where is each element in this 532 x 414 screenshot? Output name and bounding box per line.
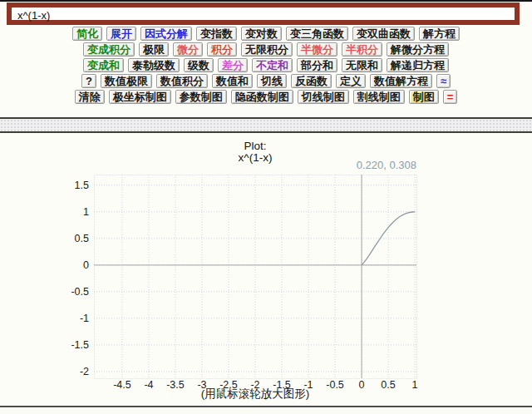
toolbar-btn-r1c7[interactable]: 变双曲函数	[352, 27, 415, 41]
y-tick-label: 0	[83, 259, 89, 271]
y-tick-label: -1	[80, 313, 89, 324]
toolbar-btn-r2c8[interactable]: 解微分方程	[387, 42, 449, 57]
toolbar-btn-r3c4[interactable]: 差分	[218, 58, 248, 72]
bottom-border-line	[0, 406, 532, 414]
y-tick-label: 1	[83, 206, 89, 218]
toolbar-row-3: 变成和泰勒级数级数差分不定和部分和无限和解递归方程	[0, 58, 532, 72]
toolbar-btn-r3c3[interactable]: 级数	[184, 58, 214, 72]
toolbar-btn-r4c4[interactable]: 数值和	[212, 74, 253, 88]
toolbar-btn-r5c1[interactable]: 清除	[75, 90, 105, 104]
toolbar-btn-r4c9[interactable]: ≈	[436, 74, 451, 88]
toolbar-row-1: 简化展开因式分解变指数变对数变三角函数变双曲函数解方程	[0, 27, 532, 41]
toolbar-btn-r2c2[interactable]: 极限	[139, 42, 169, 57]
toolbar-btn-r3c1[interactable]: 变成和	[83, 58, 124, 72]
toolbar-btn-r1c4[interactable]: 变指数	[196, 27, 237, 41]
toolbar: 简化展开因式分解变指数变对数变三角函数变双曲函数解方程变成积分极限微分积分无限积…	[0, 27, 532, 104]
toolbar-btn-r5c8[interactable]: =	[443, 90, 458, 104]
toolbar-btn-r5c5[interactable]: 切线制图	[298, 90, 349, 104]
toolbar-btn-r5c7[interactable]: 制图	[409, 90, 439, 104]
toolbar-btn-r5c6[interactable]: 割线制图	[353, 90, 405, 104]
toolbar-btn-r1c3[interactable]: 因式分解	[140, 27, 192, 41]
plot-section: Plot: x^(1-x) 0.220, 0.308 -4.5-4-3.5-3-…	[0, 133, 532, 405]
toolbar-btn-r4c1[interactable]: ?	[81, 74, 96, 88]
splitter-handle[interactable]	[0, 117, 532, 133]
toolbar-btn-r1c6[interactable]: 变三角函数	[286, 27, 348, 41]
toolbar-btn-r1c5[interactable]: 变对数	[241, 27, 282, 41]
y-tick-label: 0.5	[75, 233, 89, 244]
toolbar-btn-r4c7[interactable]: 定义	[336, 74, 366, 88]
toolbar-btn-r1c8[interactable]: 解方程	[419, 27, 460, 41]
toolbar-btn-r4c3[interactable]: 数值积分	[156, 74, 208, 88]
toolbar-btn-r2c6[interactable]: 半微分	[297, 42, 337, 57]
cursor-coordinates: 0.220, 0.308	[94, 159, 416, 171]
y-tick-label: 1.5	[75, 180, 89, 191]
toolbar-btn-r2c3[interactable]: 微分	[173, 42, 203, 57]
expression-input-frame	[7, 2, 520, 25]
y-tick-label: -0.5	[71, 286, 89, 298]
y-tick-label: -1.5	[71, 339, 89, 351]
plot-title-line1: Plot:	[94, 140, 416, 152]
plot-svg: -4.5-4-3.5-3-2.5-2-1.5-1-0.500.51-2-1.5-…	[58, 175, 432, 394]
toolbar-btn-r2c5[interactable]: 无限积分	[241, 42, 293, 57]
toolbar-btn-r5c4[interactable]: 隐函数制图	[231, 90, 293, 104]
toolbar-btn-r2c7[interactable]: 半积分	[342, 42, 382, 57]
toolbar-btn-r3c7[interactable]: 无限和	[342, 58, 382, 72]
plot-canvas[interactable]: -4.5-4-3.5-3-2.5-2-1.5-1-0.500.51-2-1.5-…	[58, 175, 432, 394]
toolbar-btn-r2c1[interactable]: 变成积分	[83, 42, 135, 57]
toolbar-btn-r3c2[interactable]: 泰勒级数	[128, 58, 180, 72]
expression-input[interactable]	[12, 9, 515, 22]
toolbar-btn-r4c5[interactable]: 切线	[257, 74, 287, 88]
toolbar-btn-r5c3[interactable]: 参数制图	[175, 90, 227, 104]
toolbar-btn-r5c2[interactable]: 极坐标制图	[109, 90, 171, 104]
zoom-hint: (用鼠标滚轮放大图形)	[94, 387, 416, 402]
toolbar-row-2: 变成积分极限微分积分无限积分半微分半积分解微分方程	[0, 42, 532, 57]
toolbar-btn-r4c8[interactable]: 数值解方程	[370, 74, 432, 88]
toolbar-btn-r3c8[interactable]: 解递归方程	[387, 58, 449, 72]
y-tick-label: -2	[80, 366, 89, 377]
toolbar-btn-r3c5[interactable]: 不定和	[252, 58, 293, 72]
toolbar-btn-r3c6[interactable]: 部分和	[297, 58, 337, 72]
toolbar-btn-r4c6[interactable]: 反函数	[291, 74, 332, 88]
top-border-line	[0, 0, 532, 2]
toolbar-btn-r2c4[interactable]: 积分	[207, 42, 237, 57]
toolbar-row-5: 清除极坐标制图参数制图隐函数制图切线制图割线制图制图=	[0, 90, 532, 104]
toolbar-btn-r1c2[interactable]: 展开	[106, 27, 136, 41]
toolbar-row-4: ?数值极限数值积分数值和切线反函数定义数值解方程≈	[0, 74, 532, 88]
toolbar-btn-r1c1[interactable]: 简化	[72, 27, 102, 41]
toolbar-btn-r4c2[interactable]: 数值极限	[101, 74, 152, 88]
